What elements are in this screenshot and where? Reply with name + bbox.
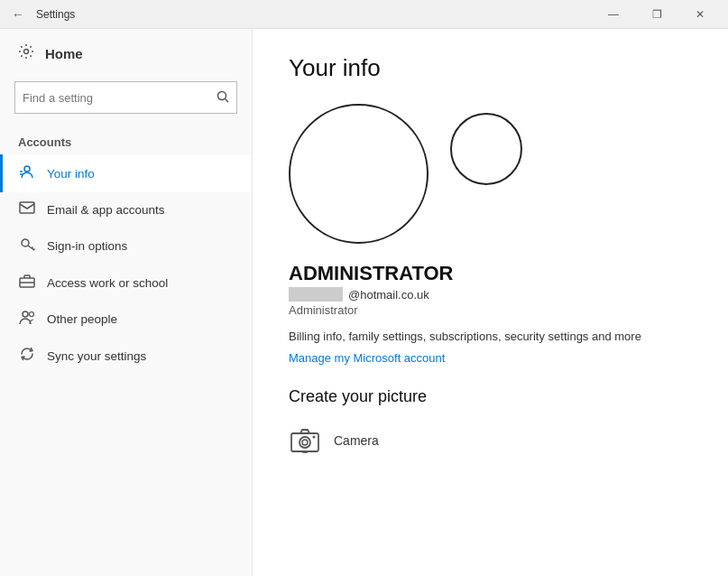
search-input[interactable] — [23, 91, 217, 105]
sidebar-item-other-people[interactable]: Other people — [0, 301, 252, 337]
svg-rect-6 — [20, 202, 34, 213]
person-icon — [18, 163, 36, 183]
search-icon — [217, 90, 229, 106]
billing-text: Billing info, family settings, subscript… — [289, 328, 668, 346]
svg-point-15 — [313, 435, 316, 438]
svg-point-0 — [24, 50, 29, 54]
close-button[interactable]: ✕ — [679, 0, 721, 29]
sidebar-item-sign-in[interactable]: Sign-in options — [0, 227, 252, 265]
avatar-small — [450, 113, 522, 185]
sidebar-item-your-info[interactable]: Your info — [0, 154, 252, 192]
svg-point-10 — [23, 311, 28, 317]
search-box[interactable] — [14, 81, 237, 114]
create-picture-title: Create your picture — [289, 387, 692, 406]
back-icon: ← — [12, 7, 24, 22]
home-icon — [18, 43, 34, 63]
briefcase-icon — [18, 274, 36, 292]
user-email-row: @hotmail.co.uk — [289, 287, 692, 302]
sidebar-item-label-email: Email & app accounts — [47, 203, 165, 217]
camera-icon — [289, 424, 321, 457]
svg-point-14 — [302, 440, 308, 445]
sidebar-item-label-other: Other people — [47, 312, 117, 326]
svg-point-1 — [218, 91, 226, 99]
sidebar-home-button[interactable]: Home — [0, 29, 252, 78]
main-layout: Home Accounts Y — [0, 29, 728, 576]
email-redacted — [289, 287, 343, 302]
svg-point-11 — [30, 312, 34, 317]
titlebar: ← Settings — ❐ ✕ — [0, 0, 728, 29]
back-button[interactable]: ← — [7, 4, 29, 25]
sync-icon — [18, 346, 36, 366]
home-label: Home — [45, 46, 83, 61]
sidebar-item-label-sign-in: Sign-in options — [47, 239, 127, 253]
sidebar-item-label-sync: Sync your settings — [47, 349, 146, 363]
camera-item[interactable]: Camera — [289, 421, 692, 460]
restore-button[interactable]: ❐ — [636, 0, 677, 29]
svg-point-3 — [24, 166, 30, 172]
svg-point-13 — [299, 437, 310, 448]
titlebar-title: Settings — [36, 8, 593, 21]
user-info: ADMINISTRATOR @hotmail.co.uk Administrat… — [289, 262, 692, 317]
svg-point-7 — [22, 239, 29, 246]
sidebar-item-sync[interactable]: Sync your settings — [0, 337, 252, 375]
sidebar-item-work-school[interactable]: Access work or school — [0, 265, 252, 301]
sidebar-item-label-your-info: Your info — [47, 167, 95, 181]
sidebar-section-label: Accounts — [0, 128, 252, 154]
sidebar-item-label-work: Access work or school — [47, 276, 168, 290]
user-role: Administrator — [289, 303, 692, 317]
sidebar: Home Accounts Y — [0, 29, 253, 576]
sidebar-item-email-accounts[interactable]: Email & app accounts — [0, 192, 252, 227]
minimize-icon: — — [608, 8, 619, 21]
key-icon — [18, 236, 36, 255]
camera-label: Camera — [334, 433, 379, 448]
close-icon: ✕ — [696, 8, 705, 21]
avatar-large — [289, 104, 429, 244]
profile-area — [289, 104, 692, 244]
email-icon — [18, 201, 36, 218]
people-icon — [18, 310, 36, 328]
content-area: Your info ADMINISTRATOR @hotmail.co.uk A… — [253, 29, 728, 576]
page-title: Your info — [289, 54, 692, 82]
user-email: @hotmail.co.uk — [348, 288, 429, 302]
svg-line-2 — [226, 98, 229, 102]
restore-icon: ❐ — [652, 8, 662, 21]
window-controls: — ❐ ✕ — [593, 0, 721, 29]
user-name: ADMINISTRATOR — [289, 262, 692, 285]
minimize-button[interactable]: — — [593, 0, 634, 29]
manage-account-link[interactable]: Manage my Microsoft account — [289, 351, 445, 365]
